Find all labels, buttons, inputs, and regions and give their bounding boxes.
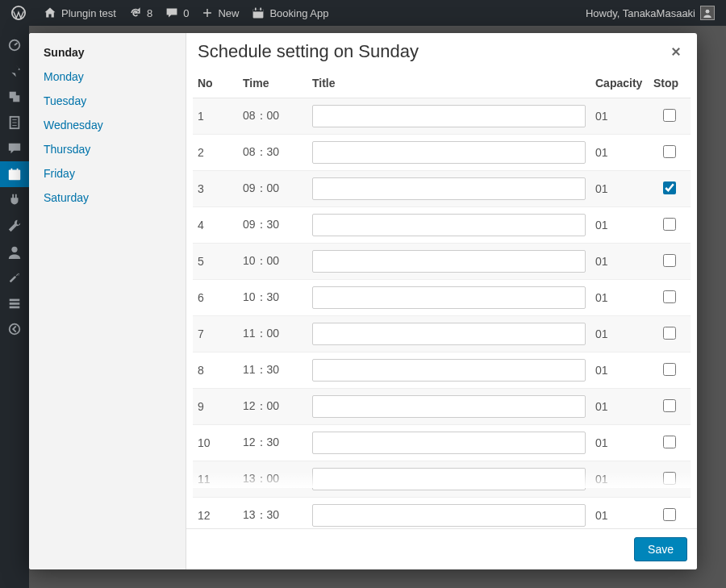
title-input[interactable] bbox=[312, 250, 586, 273]
title-input[interactable] bbox=[312, 105, 586, 127]
title-input[interactable] bbox=[312, 504, 586, 527]
stop-checkbox[interactable] bbox=[663, 399, 676, 412]
row-no: 11 bbox=[193, 461, 238, 498]
booking-app-link[interactable]: Booking App bbox=[245, 0, 335, 26]
row-no: 3 bbox=[193, 171, 238, 207]
svg-point-13 bbox=[11, 247, 17, 252]
stop-checkbox[interactable] bbox=[663, 472, 676, 485]
table-row: 208：3001 bbox=[193, 135, 691, 171]
day-tab-friday[interactable]: Friday bbox=[44, 167, 171, 180]
modal-header: Schedule setting on Sunday bbox=[186, 33, 697, 69]
title-input[interactable] bbox=[312, 432, 586, 454]
title-input[interactable] bbox=[312, 141, 586, 164]
title-input[interactable] bbox=[312, 359, 586, 382]
nav-collapse-icon[interactable] bbox=[0, 316, 29, 342]
stop-checkbox[interactable] bbox=[663, 254, 676, 267]
stop-checkbox[interactable] bbox=[663, 145, 676, 158]
nav-pages-icon[interactable] bbox=[0, 110, 29, 136]
row-title-cell bbox=[307, 425, 590, 461]
nav-comments-icon[interactable] bbox=[0, 136, 29, 161]
stop-checkbox[interactable] bbox=[663, 218, 676, 231]
plus-icon bbox=[202, 7, 213, 19]
day-tab-tuesday[interactable]: Tuesday bbox=[44, 94, 171, 107]
svg-rect-3 bbox=[255, 8, 257, 10]
schedule-table-wrap: No Time Title Capacity Stop 108：0001208：… bbox=[186, 69, 697, 528]
col-no-header: No bbox=[193, 69, 238, 98]
title-input[interactable] bbox=[312, 286, 586, 309]
stop-checkbox[interactable] bbox=[663, 181, 676, 194]
row-time: 12：30 bbox=[238, 425, 307, 461]
row-capacity: 01 bbox=[590, 135, 649, 171]
user-icon bbox=[7, 244, 22, 259]
nav-user-icon[interactable] bbox=[0, 239, 29, 265]
modal-main: Schedule setting on Sunday No Time Title… bbox=[186, 33, 697, 569]
svg-rect-4 bbox=[261, 8, 262, 10]
table-row: 510：0001 bbox=[193, 244, 691, 280]
nav-wrench-icon[interactable] bbox=[0, 265, 29, 290]
row-title-cell bbox=[307, 98, 590, 135]
stop-checkbox[interactable] bbox=[663, 327, 676, 340]
day-tab-wednesday[interactable]: Wednesday bbox=[44, 119, 171, 131]
stop-checkbox[interactable] bbox=[663, 290, 676, 303]
comments-count: 0 bbox=[183, 7, 189, 19]
calendar-icon bbox=[7, 167, 22, 181]
nav-dashboard-icon[interactable] bbox=[0, 32, 29, 58]
row-stop-cell bbox=[649, 461, 691, 498]
site-name-link[interactable]: Plungin test bbox=[37, 0, 123, 26]
table-row: 309：0001 bbox=[193, 171, 691, 207]
days-pane: SundayMondayTuesdayWednesdayThursdayFrid… bbox=[29, 33, 186, 569]
title-input[interactable] bbox=[312, 323, 586, 345]
howdy-text: Howdy, TanakaMasaaki bbox=[586, 7, 695, 19]
save-button[interactable]: Save bbox=[634, 537, 687, 561]
row-capacity: 01 bbox=[590, 171, 649, 207]
row-no: 5 bbox=[193, 244, 238, 280]
wordpress-icon bbox=[11, 6, 26, 20]
row-title-cell bbox=[307, 207, 590, 244]
nav-tools-icon[interactable] bbox=[0, 213, 29, 239]
title-input[interactable] bbox=[312, 214, 586, 236]
row-stop-cell bbox=[649, 244, 691, 280]
day-tab-saturday[interactable]: Saturday bbox=[44, 191, 171, 204]
refresh-icon bbox=[129, 6, 142, 19]
row-no: 2 bbox=[193, 135, 238, 171]
row-time: 10：30 bbox=[238, 280, 307, 316]
row-stop-cell bbox=[649, 280, 691, 316]
stop-checkbox[interactable] bbox=[663, 508, 676, 521]
nav-plugin-icon[interactable] bbox=[0, 187, 29, 213]
day-tab-sunday: Sunday bbox=[44, 46, 171, 59]
new-link[interactable]: New bbox=[195, 0, 245, 26]
row-no: 9 bbox=[193, 389, 238, 425]
row-title-cell bbox=[307, 135, 590, 171]
row-no: 7 bbox=[193, 316, 238, 352]
title-input[interactable] bbox=[312, 395, 586, 418]
updates-link[interactable]: 8 bbox=[123, 0, 159, 26]
svg-rect-15 bbox=[10, 302, 20, 305]
nav-media-icon[interactable] bbox=[0, 84, 29, 110]
admin-bar: Plungin test 8 0 New Booking App Howdy, … bbox=[0, 0, 726, 26]
title-input[interactable] bbox=[312, 468, 586, 490]
wp-logo[interactable] bbox=[5, 0, 37, 26]
row-title-cell bbox=[307, 389, 590, 425]
row-no: 8 bbox=[193, 352, 238, 389]
row-stop-cell bbox=[649, 425, 691, 461]
howdy-link[interactable]: Howdy, TanakaMasaaki bbox=[579, 0, 721, 26]
row-capacity: 01 bbox=[590, 98, 649, 135]
nav-calendar-icon[interactable] bbox=[0, 161, 29, 187]
stop-checkbox[interactable] bbox=[663, 363, 676, 376]
nav-settings-icon[interactable] bbox=[0, 290, 29, 316]
title-input[interactable] bbox=[312, 177, 586, 200]
row-stop-cell bbox=[649, 171, 691, 207]
row-time: 13：00 bbox=[238, 461, 307, 498]
row-stop-cell bbox=[649, 389, 691, 425]
day-tab-thursday[interactable]: Thursday bbox=[44, 143, 171, 156]
nav-pin-icon[interactable] bbox=[0, 58, 29, 84]
plugin-icon bbox=[7, 193, 22, 207]
wrench-icon bbox=[7, 270, 22, 285]
day-tab-monday[interactable]: Monday bbox=[44, 70, 171, 83]
stop-checkbox[interactable] bbox=[663, 109, 676, 122]
stop-checkbox[interactable] bbox=[663, 436, 676, 448]
comments-link[interactable]: 0 bbox=[159, 0, 195, 26]
row-title-cell bbox=[307, 171, 590, 207]
new-label: New bbox=[218, 7, 239, 19]
close-button[interactable] bbox=[666, 42, 686, 61]
